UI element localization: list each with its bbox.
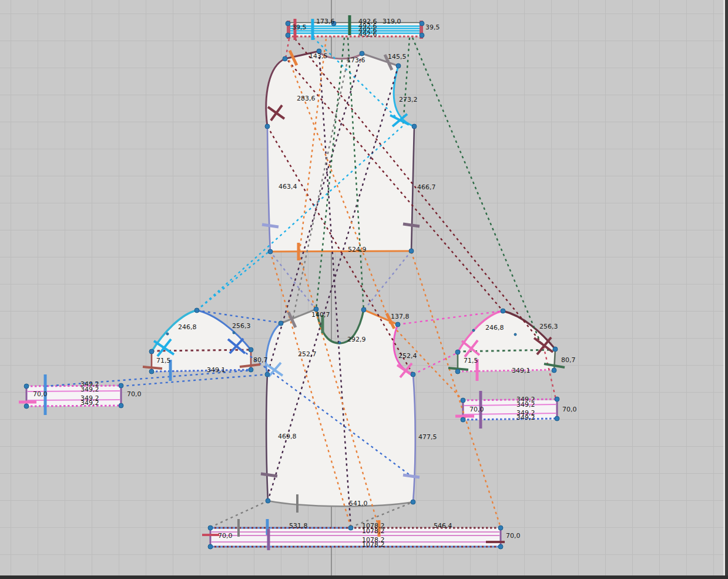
measurement-label: 70,0 <box>506 532 521 540</box>
measurement-label: 1078,2 <box>362 527 385 535</box>
vertex-point[interactable] <box>268 249 273 254</box>
measurement-label: 466,7 <box>417 183 436 191</box>
vertex-point[interactable] <box>498 544 503 549</box>
vertex-point[interactable] <box>24 404 29 409</box>
vertex-point[interactable] <box>279 321 283 326</box>
measurement-label: 140,7 <box>311 311 330 319</box>
cuff-right-top <box>463 399 557 400</box>
measurement-label: 531,8 <box>289 522 308 530</box>
vertex-point[interactable] <box>249 367 253 372</box>
vertex-point[interactable] <box>265 124 270 129</box>
vertex-point[interactable] <box>455 369 460 374</box>
vertex-point[interactable] <box>208 526 213 530</box>
measurement-label: 256,3 <box>232 322 251 330</box>
measurement-label: 252,4 <box>398 352 417 360</box>
measurement-label: 39,5 <box>425 24 440 31</box>
vertex-point[interactable] <box>409 249 414 253</box>
vertex-point[interactable] <box>361 307 366 312</box>
vertex-point[interactable] <box>514 333 516 336</box>
piece-back-bodice[interactable] <box>266 51 414 252</box>
vertex-point[interactable] <box>265 372 270 377</box>
vertex-point[interactable] <box>455 350 460 354</box>
vertex-point[interactable] <box>286 33 290 38</box>
vertex-point[interactable] <box>348 526 353 530</box>
vertex-point[interactable] <box>501 309 505 313</box>
vertex-point[interactable] <box>249 347 253 352</box>
vertex-point[interactable] <box>119 383 123 388</box>
hem-band-fill[interactable] <box>210 528 501 547</box>
measurement-label: 546,4 <box>434 522 452 530</box>
measurement-label: 71,5 <box>156 357 171 364</box>
measurement-label: 70,0 <box>218 532 233 540</box>
vertex-point[interactable] <box>420 33 424 38</box>
pattern-canvas: 173,6492,6319,0492,6492,6492,639,539,514… <box>0 0 728 579</box>
back-bodice-fill[interactable] <box>266 51 414 252</box>
vertex-point[interactable] <box>555 416 559 421</box>
vertex-point[interactable] <box>166 333 169 335</box>
vertex-point[interactable] <box>283 56 287 61</box>
measurement-label: 349,1 <box>207 366 226 374</box>
drawing-surface[interactable]: 173,6492,6319,0492,6492,6492,639,539,514… <box>0 0 728 579</box>
vertex-point[interactable] <box>498 526 503 530</box>
measurement-label: 39,5 <box>292 24 307 31</box>
measurement-label: 252,7 <box>298 350 317 358</box>
measurement-label: 173,6 <box>316 18 335 25</box>
measurement-label: 71,5 <box>464 357 478 364</box>
vertex-point[interactable] <box>119 403 123 408</box>
vertex-point[interactable] <box>411 500 415 504</box>
measurement-label: 283,6 <box>297 95 316 102</box>
vertex-point[interactable] <box>552 368 556 373</box>
measurement-label: 349,1 <box>512 367 531 374</box>
vertex-point[interactable] <box>266 498 270 503</box>
measurement-label: 492,6 <box>358 31 377 38</box>
cuff-right-bottom <box>463 419 557 420</box>
vertex-point[interactable] <box>395 322 400 327</box>
measurement-label: 173,6 <box>347 56 365 64</box>
measurement-label: 70,0 <box>33 390 48 398</box>
collar-strip-fill[interactable] <box>288 22 422 36</box>
vertex-point[interactable] <box>338 342 341 344</box>
vertex-point[interactable] <box>194 308 199 313</box>
vertex-point[interactable] <box>461 398 465 403</box>
measurement-label: 256,3 <box>539 323 558 330</box>
back-hem <box>270 251 411 252</box>
measurement-label: 70,0 <box>127 390 142 398</box>
measurement-label: 70,0 <box>562 406 577 413</box>
measurement-label: 137,8 <box>391 313 410 320</box>
vertex-point[interactable] <box>233 332 235 334</box>
vertex-point[interactable] <box>555 397 559 401</box>
measurement-label: 80,7 <box>561 356 576 364</box>
measurement-label: 463,4 <box>279 183 297 190</box>
vertex-point[interactable] <box>208 544 213 549</box>
vertex-point[interactable] <box>411 372 415 377</box>
piece-collar-strip[interactable] <box>288 21 422 39</box>
vertex-point[interactable] <box>149 369 154 374</box>
measurement-label: 469,8 <box>278 433 297 440</box>
measurement-label: 524,9 <box>348 246 367 253</box>
measurement-label: 246,8 <box>178 323 197 331</box>
vertex-point[interactable] <box>461 417 465 422</box>
canvas-bottom-border <box>0 575 728 579</box>
canvas-right-border <box>725 0 728 579</box>
measurement-label: 541,0 <box>349 500 368 507</box>
measurement-label: 70,0 <box>469 406 484 413</box>
measurement-label: 143,5 <box>309 52 328 60</box>
measurement-label: 349,2 <box>80 386 99 393</box>
vertex-point[interactable] <box>396 63 401 68</box>
vertex-point[interactable] <box>24 384 29 389</box>
measurement-label: 349,2 <box>516 414 535 421</box>
measurement-label: 80,7 <box>253 356 268 364</box>
vertex-point[interactable] <box>412 124 417 129</box>
vertex-point[interactable] <box>420 21 424 26</box>
measurement-label: 477,5 <box>418 433 437 441</box>
vertex-point[interactable] <box>286 21 290 26</box>
measurement-label: 246,8 <box>485 324 504 332</box>
vertex-point[interactable] <box>472 329 475 332</box>
piece-hem-band[interactable] <box>210 527 501 548</box>
vertex-point[interactable] <box>553 347 558 352</box>
vertex-point[interactable] <box>360 51 364 56</box>
measurement-label: 292,9 <box>347 336 366 343</box>
vertex-point[interactable] <box>149 349 154 354</box>
measurement-label: 349,2 <box>516 401 535 409</box>
measurement-label: 319,0 <box>383 18 401 25</box>
